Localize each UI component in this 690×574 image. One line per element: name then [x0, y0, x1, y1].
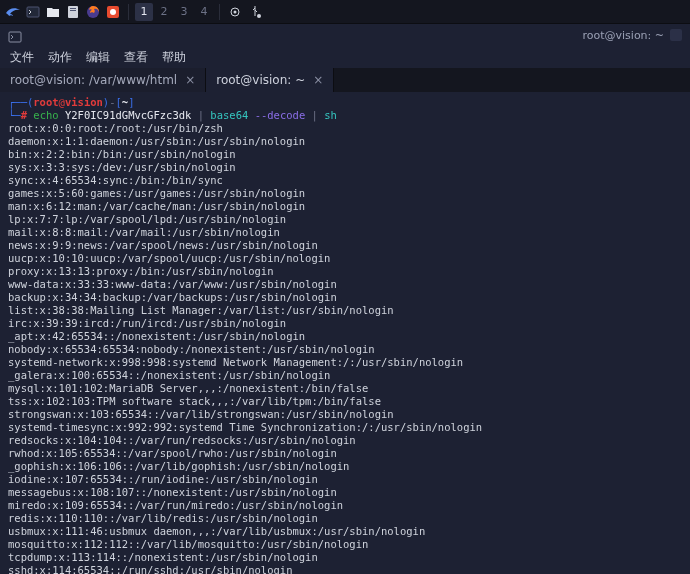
cmd-base64: base64	[210, 109, 248, 121]
app-terminal-icon[interactable]	[24, 3, 42, 21]
prompt-frame2: └─	[8, 109, 21, 121]
workspace-1[interactable]: 1	[135, 3, 153, 21]
svg-point-9	[257, 14, 261, 18]
svg-rect-3	[70, 10, 76, 11]
svg-rect-1	[68, 6, 78, 18]
workspace-3[interactable]: 3	[175, 3, 193, 21]
tab-label: root@vision: /var/www/html	[10, 73, 177, 87]
kali-menu-icon[interactable]	[4, 3, 22, 21]
svg-rect-2	[70, 8, 76, 9]
terminal-window: root@vision: ~ 文件 动作 编辑 查看 帮助 root@visio…	[0, 24, 690, 574]
workspace-2[interactable]: 2	[155, 3, 173, 21]
cmd-echo: echo	[33, 109, 58, 121]
tab-home[interactable]: root@vision: ~ ×	[206, 68, 334, 92]
prompt-hash: #	[21, 109, 27, 121]
menu-file[interactable]: 文件	[10, 49, 34, 66]
svg-point-8	[234, 10, 237, 13]
prompt-host: vision	[65, 96, 103, 108]
workspace-4[interactable]: 4	[195, 3, 213, 21]
window-title: root@vision: ~	[582, 29, 664, 42]
app-editor-icon[interactable]	[64, 3, 82, 21]
tab-www-html[interactable]: root@vision: /var/www/html ×	[0, 68, 206, 92]
prompt-frame: ┌──(	[8, 96, 33, 108]
close-icon[interactable]: ×	[185, 73, 195, 87]
cmd-sh: sh	[324, 109, 337, 121]
desktop-taskbar: 1 2 3 4	[0, 0, 690, 24]
tab-label: root@vision: ~	[216, 73, 305, 87]
prompt-path-close: ]	[128, 96, 134, 108]
app-firefox-icon[interactable]	[84, 3, 102, 21]
window-menu-icon[interactable]	[4, 26, 26, 48]
tray-usb-icon[interactable]	[246, 3, 264, 21]
menu-help[interactable]: 帮助	[162, 49, 186, 66]
close-icon[interactable]: ×	[313, 73, 323, 87]
terminal-menubar: 文件 动作 编辑 查看 帮助	[0, 46, 690, 68]
prompt-user: root	[33, 96, 58, 108]
taskbar-separator	[219, 4, 220, 20]
cmd-flag: --decode	[255, 109, 306, 121]
svg-rect-0	[27, 7, 39, 17]
svg-point-6	[110, 9, 116, 15]
app-burp-icon[interactable]	[104, 3, 122, 21]
menu-edit[interactable]: 编辑	[86, 49, 110, 66]
window-titlebar[interactable]: root@vision: ~	[0, 24, 690, 46]
cmd-pipe: |	[198, 109, 204, 121]
terminal-output: root:x:0:0:root:/root:/usr/bin/zsh daemo…	[8, 122, 682, 574]
app-files-icon[interactable]	[44, 3, 62, 21]
menu-view[interactable]: 查看	[124, 49, 148, 66]
workspace-switcher: 1 2 3 4	[131, 3, 217, 21]
cmd-pipe: |	[312, 109, 318, 121]
window-minimize-button[interactable]	[670, 29, 682, 41]
terminal-tabs: root@vision: /var/www/html × root@vision…	[0, 68, 690, 92]
svg-rect-10	[9, 32, 21, 42]
terminal-body[interactable]: ┌──(root@vision)-[~] └─# echo Y2F0IC91dG…	[0, 92, 690, 574]
tray-recording-icon[interactable]	[226, 3, 244, 21]
menu-actions[interactable]: 动作	[48, 49, 72, 66]
taskbar-separator	[128, 4, 129, 20]
cmd-arg: Y2F0IC91dGMvcGFzc3dk	[65, 109, 191, 121]
